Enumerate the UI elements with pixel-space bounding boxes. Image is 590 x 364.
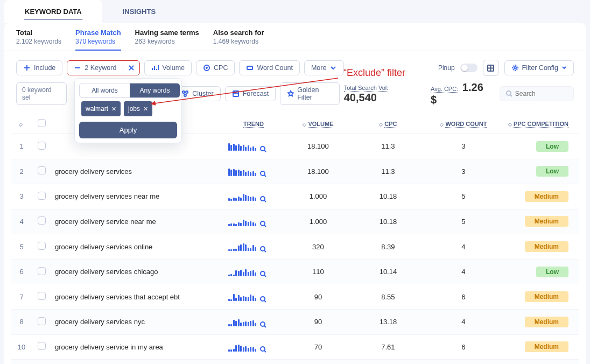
cpc-icon	[203, 64, 210, 72]
row-wordcount: 6	[423, 334, 504, 360]
row-volume: 90	[283, 284, 353, 310]
exclude-chip[interactable]: jobs ✕	[124, 101, 152, 116]
golden-filter-button[interactable]: Golden Filter	[280, 82, 339, 105]
select-all-checkbox[interactable]	[38, 119, 46, 127]
gear-icon	[511, 64, 519, 72]
close-icon	[128, 64, 135, 72]
magnify-icon[interactable]	[259, 321, 267, 328]
words-segment: All words Any words	[79, 83, 180, 98]
chip-remove-icon[interactable]: ✕	[143, 106, 148, 113]
col-volume[interactable]: VOLUME	[308, 121, 333, 128]
row-checkbox[interactable]	[38, 216, 46, 225]
seg-any-words[interactable]: Any words	[130, 83, 180, 97]
row-keyword: grocery delivery services near me	[51, 184, 224, 209]
row-keyword: grocery delivery services in my area	[51, 360, 224, 364]
row-checkbox[interactable]	[38, 267, 46, 275]
chip-remove-icon[interactable]: ✕	[111, 106, 116, 113]
filter-config-button[interactable]: Filter Config	[504, 60, 574, 75]
cluster-icon	[181, 90, 189, 97]
magnify-icon[interactable]	[259, 220, 267, 228]
sort-idx[interactable]: ◇	[19, 122, 23, 127]
row-cpc: 11.3	[353, 159, 423, 184]
row-index: 8	[11, 309, 32, 334]
row-checkbox[interactable]	[38, 166, 46, 174]
stat-same-terms[interactable]: Having same terms 263 keywords	[135, 29, 199, 45]
row-keyword: grocery delivery services	[51, 159, 224, 184]
magnify-icon[interactable]	[259, 346, 267, 353]
stat-total[interactable]: Total 2.102 keywords	[16, 29, 61, 45]
magnify-icon[interactable]	[259, 195, 267, 203]
tab-insights[interactable]: INSIGHTS	[102, 0, 176, 23]
magnify-icon[interactable]	[259, 145, 267, 153]
stat-phrase-match[interactable]: Phrase Match 370 keywords	[75, 29, 121, 51]
row-keyword: grocery delivery services chicago	[51, 259, 224, 284]
table-row: 8grocery delivery services nyc9013.184Me…	[11, 309, 579, 334]
search-box[interactable]	[500, 86, 574, 101]
table-row: 2grocery delivery services18.10011.33Low	[11, 159, 579, 184]
svg-point-16	[261, 297, 265, 301]
table-row: 5grocery delivery services online3208.39…	[11, 234, 579, 260]
col-trend[interactable]: TREND	[243, 121, 264, 128]
more-filters[interactable]: More	[304, 60, 344, 75]
row-checkbox[interactable]	[38, 292, 46, 300]
trend-sparkline	[228, 316, 257, 326]
row-index: 6	[11, 259, 32, 284]
col-cpc[interactable]: CPC	[384, 121, 397, 128]
exclude-chips: walmart ✕jobs ✕	[79, 98, 177, 122]
row-wordcount: 5	[423, 209, 504, 234]
exclude-clear-button[interactable]	[123, 61, 139, 75]
ppc-badge: Medium	[525, 191, 568, 202]
row-cpc: 10.14	[353, 259, 423, 284]
apply-button[interactable]: Apply	[79, 122, 177, 138]
row-keyword: grocery delivery service in my area	[51, 334, 224, 360]
row-volume: 1.000	[283, 184, 353, 209]
row-wordcount: 4	[423, 234, 504, 260]
exclude-button[interactable]: 2 Keyword	[67, 61, 123, 75]
svg-point-10	[261, 146, 265, 151]
svg-point-9	[507, 91, 511, 95]
stat-also-search[interactable]: Also search for 1.469 keywords	[213, 29, 264, 45]
ppc-badge: Medium	[525, 291, 568, 302]
wordcount-icon	[246, 64, 254, 72]
row-checkbox[interactable]	[38, 317, 46, 325]
pinup-toggle[interactable]	[460, 64, 477, 72]
cpc-filter[interactable]: CPC	[196, 60, 235, 75]
row-checkbox[interactable]	[38, 142, 46, 150]
row-wordcount: 4	[423, 309, 504, 334]
svg-point-11	[261, 171, 265, 176]
avg-cpc: Avg. CPC: 1.26 $	[431, 81, 487, 106]
table-row: 4grocery delivery service near me1.00010…	[11, 209, 579, 234]
magnify-icon[interactable]	[259, 170, 267, 178]
seg-all-words[interactable]: All words	[80, 83, 130, 97]
pinup-label: Pinup	[438, 64, 455, 72]
include-button[interactable]: Include	[16, 60, 62, 75]
magnify-icon[interactable]	[259, 246, 267, 253]
row-index: 10	[11, 334, 32, 360]
row-cpc: 13.18	[353, 309, 423, 334]
row-checkbox[interactable]	[38, 242, 46, 250]
search-input[interactable]	[515, 90, 568, 97]
magnify-icon[interactable]	[259, 270, 267, 278]
plus-icon	[23, 64, 31, 72]
col-wordcount[interactable]: WORD COUNT	[445, 121, 487, 128]
exclude-chip[interactable]: walmart ✕	[81, 101, 121, 116]
row-index: 2	[11, 159, 32, 184]
tab-keyword-data[interactable]: KEYWORD DATA	[4, 0, 102, 23]
magnify-icon[interactable]	[259, 296, 267, 303]
keyword-panel: “Exclude” filter Total 2.102 keywords Ph…	[4, 23, 586, 364]
row-checkbox[interactable]	[38, 342, 46, 350]
table-row: 11grocery delivery services in my area70…	[11, 360, 579, 364]
minus-icon	[74, 64, 81, 72]
forecast-button[interactable]: Forecast	[225, 86, 276, 101]
row-wordcount: 4	[423, 259, 504, 284]
col-ppc[interactable]: PPC COMPETITION	[514, 121, 568, 128]
svg-rect-2	[247, 66, 252, 69]
row-checkbox[interactable]	[38, 192, 46, 200]
row-volume: 18.100	[283, 159, 353, 184]
main-tabs: KEYWORD DATA INSIGHTS	[4, 0, 586, 23]
volume-filter[interactable]: Volume	[144, 60, 192, 75]
total-search-vol: Total Search Vol: 40,540	[344, 83, 418, 104]
wordcount-filter[interactable]: Word Count	[239, 60, 299, 75]
layout-button[interactable]	[483, 60, 499, 76]
row-cpc: 10.18	[353, 209, 423, 234]
